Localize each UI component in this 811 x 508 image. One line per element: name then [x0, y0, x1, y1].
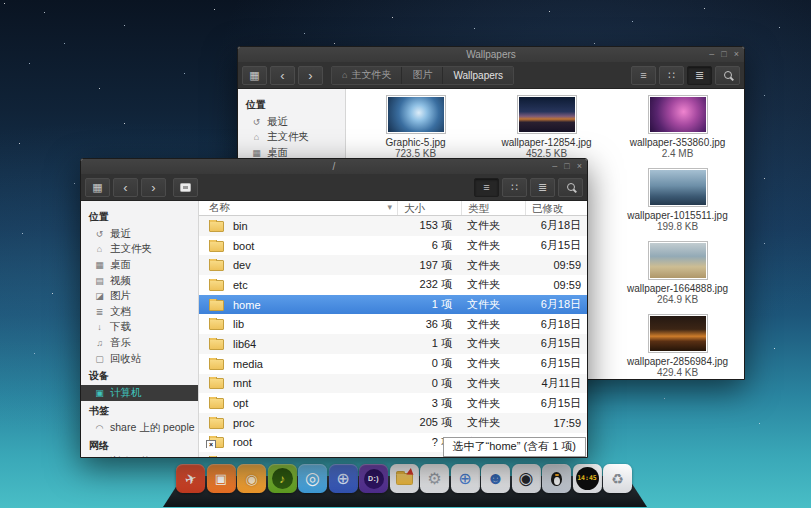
sidebar-item-desktop[interactable]: ▦桌面 [81, 257, 198, 273]
file-name: dev [233, 259, 251, 271]
table-row-mnt[interactable]: mnt0 项文件夹4月11日 [199, 374, 587, 394]
table-row-dev[interactable]: dev197 项文件夹09:59 [199, 255, 587, 275]
table-row-bin[interactable]: bin153 项文件夹6月18日 [199, 216, 587, 236]
table-row-etc[interactable]: etc232 项文件夹09:59 [199, 275, 587, 295]
breadcrumb-current[interactable]: Wallpapers [443, 67, 513, 84]
sidebar-item-label: 视频 [110, 274, 131, 288]
table-row-lib[interactable]: lib36 项文件夹6月18日 [199, 314, 587, 334]
recycle-icon[interactable]: ♻ [603, 464, 632, 493]
close-icon[interactable]: × [577, 162, 582, 171]
sidebar-item-label: 主文件夹 [110, 242, 152, 256]
column-header-type[interactable]: 类型 [461, 201, 525, 215]
sidebar-item-wifi[interactable]: ◠share 上的 people [81, 420, 198, 436]
file-rows: bin153 项文件夹6月18日boot6 项文件夹6月15日dev197 项文… [199, 216, 587, 457]
thumbnail-cell[interactable]: wallpaper-1664888.jpg264.9 KB [612, 241, 743, 314]
sidebar-item-network[interactable]: ⊕浏览网络 [81, 455, 198, 457]
sidebar-item-document[interactable]: ≣文档 [81, 304, 198, 320]
home-icon: ⌂ [342, 70, 347, 80]
column-header-modified[interactable]: 已修改 [525, 201, 587, 215]
sidebar-item-music[interactable]: ♫音乐 [81, 335, 198, 351]
thumbnail-art-nebula [650, 97, 706, 132]
file-type: 文件夹 [461, 317, 525, 332]
camera-icon[interactable]: ◎ [298, 464, 327, 493]
root-crumb-button[interactable] [173, 178, 198, 197]
qq-icon[interactable]: ☻ [481, 464, 510, 493]
compact-view-button[interactable]: ≣ [530, 178, 555, 197]
file-size: 1 项 [397, 336, 461, 351]
photo-lens-icon[interactable]: ◉ [512, 464, 541, 493]
sidebar-item-history[interactable]: ↺最近 [238, 114, 345, 130]
column-header-size[interactable]: 大小 [397, 201, 461, 215]
file-name: wallpaper-2856984.jpg [627, 356, 728, 367]
maximize-icon[interactable]: □ [564, 162, 569, 171]
thumbnail-cell[interactable]: wallpaper-2856984.jpg429.4 KB [612, 314, 743, 379]
sidebar-section-header: 书签 [81, 401, 198, 420]
column-header-name[interactable]: 名称 ▾ [199, 201, 397, 215]
search-icon [724, 71, 732, 79]
file-type: 文件夹 [461, 376, 525, 391]
search-button[interactable] [558, 178, 583, 197]
file-manager-icon[interactable] [390, 464, 419, 493]
back-button[interactable]: ‹ [113, 178, 138, 197]
home-icon: ⌂ [251, 132, 262, 142]
icon-view-icon: ∷ [511, 182, 518, 193]
sidebar-item-computer[interactable]: ▣计算机 [81, 385, 198, 401]
breadcrumb-segment[interactable]: 图片 [402, 67, 443, 84]
maximize-icon[interactable]: □ [721, 50, 726, 59]
sidebar-item-history[interactable]: ↺最近 [81, 226, 198, 242]
sidebar-item-trash[interactable]: ▢回收站 [81, 351, 198, 367]
table-row-home[interactable]: home1 项文件夹6月18日 [199, 295, 587, 315]
table-row-proc[interactable]: proc205 项文件夹17:59 [199, 413, 587, 433]
web-browser-icon[interactable]: ⊕ [451, 464, 480, 493]
titlebar[interactable]: Wallpapers – □ × [238, 47, 744, 62]
terminal-icon[interactable] [542, 464, 571, 493]
file-size: 264.9 KB [657, 294, 698, 305]
sidebar-item-home[interactable]: ⌂主文件夹 [238, 130, 345, 146]
file-size: 205 项 [397, 415, 461, 430]
sidebar-item-download[interactable]: ↓下载 [81, 320, 198, 336]
thumbnail-cell[interactable]: wallpaper-353860.jpg2.4 MB [612, 95, 743, 168]
music-player-icon[interactable]: ♪ [268, 464, 297, 493]
folder-icon [209, 280, 224, 291]
minimize-icon[interactable]: – [552, 162, 557, 171]
software-center-icon[interactable]: ▣ [207, 464, 236, 493]
sidebar-item-image[interactable]: ◪图片 [81, 288, 198, 304]
coffee-glyph: ◉ [245, 472, 257, 486]
thumbnail-cell[interactable]: wallpaper-1015511.jpg199.8 KB [612, 168, 743, 241]
table-row-lib64[interactable]: lib641 项文件夹6月15日 [199, 334, 587, 354]
menu-button[interactable]: ▦ [242, 66, 267, 85]
minimize-icon[interactable]: – [709, 50, 714, 59]
icon-view-button[interactable]: ∷ [659, 66, 684, 85]
forward-button[interactable]: › [298, 66, 323, 85]
clock-icon[interactable]: 14:45 [573, 464, 602, 493]
forward-button[interactable]: › [141, 178, 166, 197]
table-row-media[interactable]: media0 项文件夹6月15日 [199, 354, 587, 374]
coffee-icon[interactable]: ◉ [237, 464, 266, 493]
back-button[interactable]: ‹ [270, 66, 295, 85]
app-store-icon[interactable]: ⚙ [420, 464, 449, 493]
folder-icon [209, 319, 224, 330]
table-row-opt[interactable]: opt3 项文件夹6月15日 [199, 393, 587, 413]
list-view-button[interactable]: ≡ [474, 178, 499, 197]
menu-button[interactable]: ▦ [85, 178, 110, 197]
close-icon[interactable]: × [734, 50, 739, 59]
browser-icon[interactable]: ⊕ [329, 464, 358, 493]
icon-view-button[interactable]: ∷ [502, 178, 527, 197]
table-row-boot[interactable]: boot6 项文件夹6月15日 [199, 236, 587, 256]
titlebar[interactable]: / – □ × [81, 159, 587, 174]
file-name: boot [233, 240, 254, 252]
window-title: / [81, 159, 587, 174]
file-name: lib64 [233, 338, 256, 350]
launcher-icon[interactable]: ✈ [176, 464, 205, 493]
folder-icon [209, 359, 224, 370]
search-icon [567, 183, 575, 191]
sidebar-item-home[interactable]: ⌂主文件夹 [81, 242, 198, 258]
sidebar-item-label: 主文件夹 [267, 130, 309, 144]
search-button[interactable] [715, 66, 740, 85]
movie-icon[interactable]: D:) [359, 464, 388, 493]
list-view-button[interactable]: ≡ [631, 66, 656, 85]
compact-view-button[interactable]: ≣ [687, 66, 712, 85]
sidebar-section-header: 位置 [238, 95, 345, 114]
sidebar-item-video[interactable]: ▤视频 [81, 273, 198, 289]
breadcrumb-segment[interactable]: ⌂主文件夹 [332, 67, 402, 84]
